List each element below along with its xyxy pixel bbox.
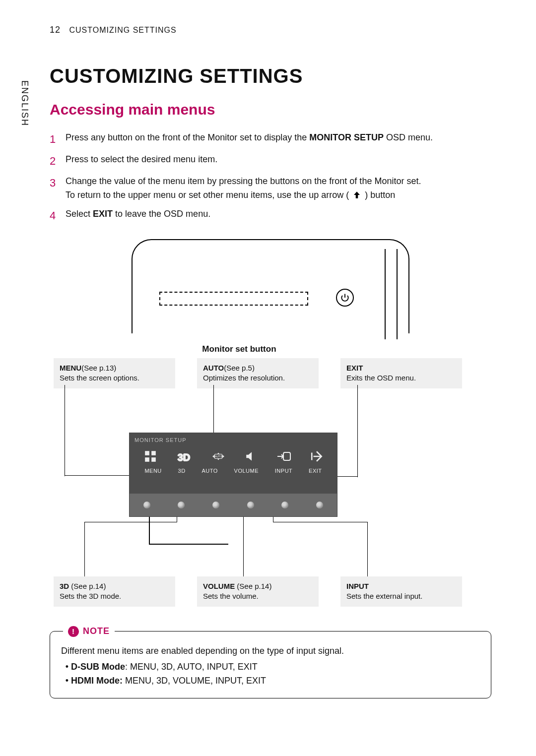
osd-button (178, 502, 185, 508)
callout-auto: AUTO(See p.5) Optimizes the resolution. (197, 358, 319, 388)
osd-label-auto: AUTO (201, 468, 217, 474)
svg-rect-3 (151, 457, 156, 462)
up-arrow-icon (351, 190, 362, 199)
step-3: 3 Change the value of the menu item by p… (50, 175, 491, 202)
svg-rect-2 (145, 457, 149, 462)
svg-rect-0 (145, 451, 149, 455)
osd-button (247, 502, 254, 508)
osd-label-input: INPUT (275, 468, 293, 474)
exit-icon (310, 450, 324, 465)
osd-label-3d: 3D (178, 468, 186, 474)
osd-diagram: MENU(See p.13) Sets the screen options. … (50, 358, 496, 616)
callout-input: INPUT Sets the external input. (340, 576, 462, 607)
note-icon: ! (68, 626, 79, 637)
step-1: 1 Press any button on the front of the M… (50, 131, 491, 148)
osd-button (281, 502, 288, 508)
step-2: 2 Press to select the desired menu item. (50, 153, 491, 170)
button-area-highlight (159, 292, 308, 306)
menu-icon (143, 450, 157, 465)
volume-icon (244, 450, 258, 465)
language-tab: ENGLISH (19, 80, 30, 126)
osd-button (143, 502, 150, 508)
step-number: 4 (50, 207, 66, 224)
svg-rect-1 (151, 451, 156, 455)
note-item-hdmi: HDMI Mode: MENU, 3D, VOLUME, INPUT, EXIT (71, 674, 480, 688)
osd-label-menu: MENU (144, 468, 161, 474)
auto-icon: AUTO (211, 450, 226, 464)
page-number: 12 (50, 25, 61, 35)
svg-text:AUTO: AUTO (214, 455, 222, 458)
callout-3d: 3D (See p.14) Sets the 3D mode. (54, 576, 175, 607)
monitor-caption: Monitor set button (202, 344, 276, 354)
osd-button-row (130, 494, 337, 516)
page-title: CUSTOMIZING SETTINGS (50, 65, 491, 87)
running-head-text: CUSTOMIZING SETTINGS (69, 26, 176, 34)
osd-button (316, 502, 323, 508)
step-4: 4 Select EXIT to leave the OSD menu. (50, 207, 491, 224)
step-number: 1 (50, 131, 66, 148)
step-number: 2 (50, 153, 66, 170)
osd-label-volume: VOLUME (234, 468, 259, 474)
note-label: NOTE (83, 625, 110, 638)
callout-volume: VOLUME (See p.14) Sets the volume. (197, 576, 319, 607)
monitor-diagram (132, 239, 409, 333)
steps-list: 1 Press any button on the front of the M… (50, 131, 491, 224)
input-icon (276, 450, 291, 465)
running-head: 12 CUSTOMIZING SETTINGS (50, 25, 491, 35)
power-icon (336, 289, 354, 307)
note-item-dsub: D-SUB Mode: MENU, 3D, AUTO, INPUT, EXIT (71, 660, 480, 674)
note-intro: Different menu items are enabled dependi… (61, 644, 480, 658)
step-number: 3 (50, 175, 66, 202)
osd-button (212, 502, 219, 508)
callout-exit: EXIT Exits the OSD menu. (340, 358, 462, 388)
note-legend: ! NOTE (63, 625, 115, 638)
note-box: ! NOTE Different menu items are enabled … (50, 631, 491, 698)
osd-panel: MONITOR SETUP 3D AUTO (129, 433, 337, 517)
osd-title: MONITOR SETUP (130, 433, 337, 443)
callout-menu: MENU(See p.13) Sets the screen options. (54, 358, 175, 388)
section-subtitle: Accessing main menus (50, 101, 491, 118)
osd-label-exit: EXIT (309, 468, 322, 474)
svg-rect-6 (283, 452, 290, 460)
three-d-icon: 3D (176, 451, 193, 464)
